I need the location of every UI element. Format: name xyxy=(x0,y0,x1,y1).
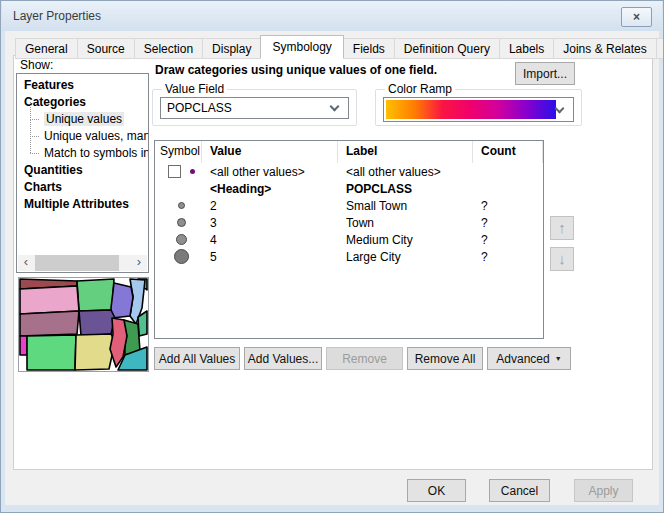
close-icon: × xyxy=(633,10,640,24)
cancel-button[interactable]: Cancel xyxy=(489,479,550,502)
table-row[interactable]: <all other values> <all other values> xyxy=(155,163,543,180)
scroll-right-icon[interactable]: › xyxy=(131,255,147,271)
tab-definition-query[interactable]: Definition Query xyxy=(394,38,500,59)
close-button[interactable]: × xyxy=(621,7,652,27)
apply-button[interactable]: Apply xyxy=(574,479,633,502)
tree-item-unique-values[interactable]: Unique values xyxy=(17,111,148,128)
arrow-up-icon: ↑ xyxy=(558,219,566,236)
value-field-dropdown[interactable]: POPCLASS xyxy=(160,97,349,119)
tab-joins-relates[interactable]: Joins & Relates xyxy=(553,38,656,59)
show-label: Show: xyxy=(20,58,53,72)
tab-source[interactable]: Source xyxy=(77,38,135,59)
window-title: Layer Properties xyxy=(13,9,101,23)
move-up-button[interactable]: ↑ xyxy=(550,216,574,240)
panel-heading: Draw categories using unique values of o… xyxy=(155,63,510,77)
point-symbol-icon xyxy=(178,202,185,209)
point-symbol-icon xyxy=(190,169,195,174)
scroll-left-icon[interactable]: ‹ xyxy=(18,255,34,271)
column-header-count[interactable]: Count xyxy=(473,141,543,163)
chevron-down-icon xyxy=(555,103,565,113)
dropdown-caret-icon: ▼ xyxy=(555,355,562,362)
table-row[interactable]: 5 Large City ? xyxy=(155,248,543,265)
tree-horizontal-scrollbar[interactable]: ‹ › xyxy=(18,255,147,271)
add-all-values-button[interactable]: Add All Values xyxy=(154,347,240,370)
tab-fields[interactable]: Fields xyxy=(343,38,395,59)
value-field-selected: POPCLASS xyxy=(161,101,331,115)
title-bar: Layer Properties × xyxy=(2,1,662,31)
tree-item-quantities[interactable]: Quantities xyxy=(17,162,148,179)
move-down-button[interactable]: ↓ xyxy=(550,247,574,271)
tab-display[interactable]: Display xyxy=(202,38,261,59)
column-header-label[interactable]: Label xyxy=(338,141,473,163)
column-header-value[interactable]: Value xyxy=(202,141,338,163)
tree-item-match-to-symbols[interactable]: Match to symbols in a xyxy=(17,145,148,162)
scrollbar-thumb[interactable] xyxy=(35,255,119,271)
tree-item-charts[interactable]: Charts xyxy=(17,179,148,196)
tab-strip: General Source Selection Display Symbolo… xyxy=(15,35,664,59)
unique-values-table: Symbol Value Label Count <all other valu… xyxy=(154,140,544,339)
remove-all-button[interactable]: Remove All xyxy=(407,347,483,370)
color-ramp-label: Color Ramp xyxy=(385,82,455,96)
layer-properties-dialog: Layer Properties × General Source Select… xyxy=(0,0,664,513)
show-tree: Features Categories Unique values Unique… xyxy=(16,73,149,273)
symbology-map-preview xyxy=(18,277,149,372)
color-ramp-dropdown[interactable] xyxy=(383,97,574,122)
color-ramp-group: Color Ramp xyxy=(375,82,582,126)
value-field-group: Value Field POPCLASS xyxy=(152,82,357,126)
point-symbol-icon xyxy=(174,249,189,264)
table-row[interactable]: 4 Medium City ? xyxy=(155,231,543,248)
tab-time[interactable]: Time xyxy=(656,38,664,59)
color-ramp-swatch xyxy=(386,100,556,119)
tree-item-features[interactable]: Features xyxy=(17,77,148,94)
ok-button[interactable]: OK xyxy=(407,479,466,502)
add-values-button[interactable]: Add Values... xyxy=(244,347,322,370)
tab-selection[interactable]: Selection xyxy=(134,38,203,59)
remove-button[interactable]: Remove xyxy=(326,347,403,370)
point-symbol-icon xyxy=(177,218,186,227)
all-other-values-checkbox[interactable] xyxy=(168,165,181,178)
tab-labels[interactable]: Labels xyxy=(499,38,554,59)
tab-symbology[interactable]: Symbology xyxy=(260,35,343,59)
tree-item-multiple-attributes[interactable]: Multiple Attributes xyxy=(17,196,148,213)
point-symbol-icon xyxy=(176,234,187,245)
column-header-symbol[interactable]: Symbol xyxy=(155,141,202,163)
table-row[interactable]: <Heading> POPCLASS xyxy=(155,180,543,197)
symbology-tab-page: Show: Features Categories Unique values … xyxy=(13,55,653,470)
advanced-button[interactable]: Advanced ▼ xyxy=(487,347,571,370)
tree-item-unique-values-many[interactable]: Unique values, many xyxy=(17,128,148,145)
table-header-row: Symbol Value Label Count xyxy=(155,141,543,163)
map-preview-image xyxy=(19,278,148,371)
value-field-label: Value Field xyxy=(162,82,227,96)
table-row[interactable]: 3 Town ? xyxy=(155,214,543,231)
chevron-down-icon xyxy=(330,102,340,112)
tab-general[interactable]: General xyxy=(15,38,78,59)
arrow-down-icon: ↓ xyxy=(558,250,566,267)
tree-item-categories[interactable]: Categories xyxy=(17,94,148,111)
table-row[interactable]: 2 Small Town ? xyxy=(155,197,543,214)
